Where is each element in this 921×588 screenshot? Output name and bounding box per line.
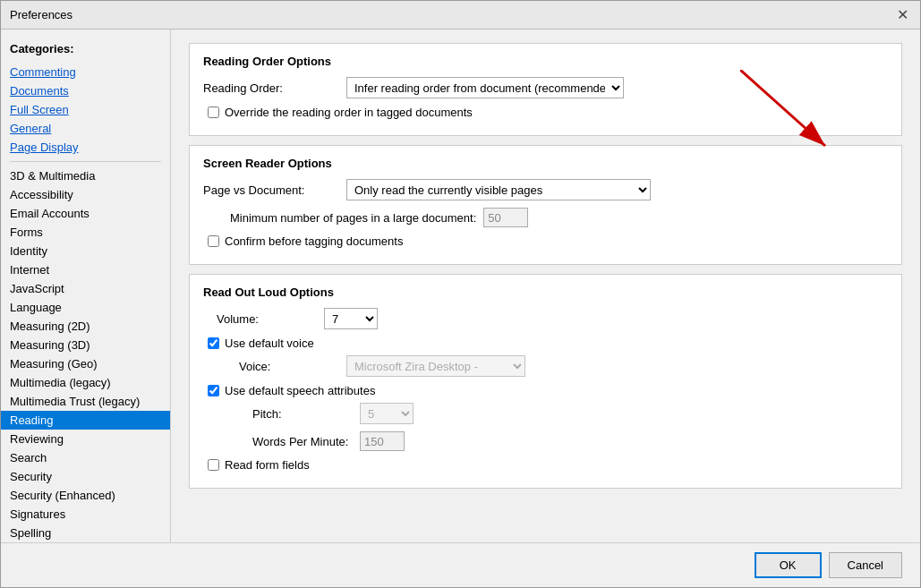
pitch-select[interactable]: 12345678910 <box>360 403 414 424</box>
sidebar-item-pagedisplay[interactable]: Page Display <box>1 138 170 157</box>
use-default-speech-row: Use default speech attributes <box>208 384 888 397</box>
title-bar: Preferences ✕ <box>1 1 920 30</box>
sidebar-item-3dmultimedia[interactable]: 3D & Multimedia <box>1 166 170 185</box>
pitch-row: Pitch: 12345678910 <box>252 403 888 424</box>
preferences-dialog: Preferences ✕ Categories: Commenting Doc… <box>0 0 921 588</box>
dialog-body: Categories: Commenting Documents Full Sc… <box>1 30 920 542</box>
close-button[interactable]: ✕ <box>893 6 911 24</box>
reading-order-row: Reading Order: Infer reading order from … <box>203 77 888 98</box>
sidebar-item-reading[interactable]: Reading <box>1 411 170 430</box>
read-form-fields-label: Read form fields <box>225 458 310 472</box>
sidebar-item-measuring2d[interactable]: Measuring (2D) <box>1 317 170 336</box>
sidebar-item-general[interactable]: General <box>1 119 170 138</box>
use-default-speech-checkbox[interactable] <box>208 385 219 396</box>
cancel-button[interactable]: Cancel <box>829 552 902 578</box>
dialog-footer: OK Cancel <box>1 542 920 587</box>
sidebar-item-measuringgeo[interactable]: Measuring (Geo) <box>1 354 170 373</box>
sidebar-item-search[interactable]: Search <box>1 448 170 467</box>
read-form-fields-checkbox[interactable] <box>208 459 219 471</box>
confirm-tagging-label: Confirm before tagging documents <box>225 234 403 248</box>
sidebar-item-multimedia-legacy[interactable]: Multimedia (legacy) <box>1 373 170 392</box>
sidebar-item-internet[interactable]: Internet <box>1 260 170 279</box>
page-vs-doc-label: Page vs Document: <box>203 183 346 197</box>
use-default-voice-checkbox[interactable] <box>208 337 219 349</box>
override-checkbox-row: Override the reading order in tagged doc… <box>208 106 888 119</box>
pitch-label: Pitch: <box>252 407 360 421</box>
use-default-voice-row: Use default voice <box>208 337 888 350</box>
sidebar-item-language[interactable]: Language <box>1 298 170 317</box>
ok-button[interactable]: OK <box>755 552 822 578</box>
sidebar-item-multimediatrust[interactable]: Multimedia Trust (legacy) <box>1 392 170 411</box>
wpm-row: Words Per Minute: <box>252 431 888 451</box>
min-pages-row: Minimum number of pages in a large docum… <box>208 208 888 227</box>
voice-select[interactable]: Microsoft Zira Desktop - <box>346 355 525 377</box>
voice-label: Voice: <box>239 360 346 373</box>
page-vs-doc-select[interactable]: Only read the currently visible pages Re… <box>346 179 651 200</box>
reading-order-select[interactable]: Infer reading order from document (recom… <box>346 77 624 98</box>
volume-label: Volume: <box>217 312 324 326</box>
wpm-input[interactable] <box>360 431 405 451</box>
sidebar-item-measuring3d[interactable]: Measuring (3D) <box>1 336 170 354</box>
sidebar-item-documents[interactable]: Documents <box>1 81 170 100</box>
sidebar-item-fullscreen[interactable]: Full Screen <box>1 100 170 119</box>
main-content: Reading Order Options Reading Order: Inf… <box>171 30 920 542</box>
sidebar-item-javascript[interactable]: JavaScript <box>1 279 170 298</box>
min-pages-input[interactable] <box>483 208 528 227</box>
screen-reader-title: Screen Reader Options <box>203 157 888 170</box>
read-out-loud-section: Read Out Loud Options Volume: 1234567891… <box>189 274 902 489</box>
volume-select[interactable]: 12345678910 <box>324 308 378 329</box>
use-default-speech-label: Use default speech attributes <box>225 384 375 397</box>
dialog-title: Preferences <box>10 8 72 21</box>
voice-row: Voice: Microsoft Zira Desktop - <box>239 355 888 377</box>
sidebar-item-emailaccounts[interactable]: Email Accounts <box>1 204 170 223</box>
sidebar-item-forms[interactable]: Forms <box>1 223 170 242</box>
wpm-label: Words Per Minute: <box>252 435 360 448</box>
reading-order-title: Reading Order Options <box>203 55 888 68</box>
sidebar-item-spelling[interactable]: Spelling <box>1 524 170 542</box>
read-out-loud-title: Read Out Loud Options <box>203 285 888 299</box>
confirm-tagging-checkbox[interactable] <box>208 235 219 247</box>
sidebar-item-reviewing[interactable]: Reviewing <box>1 430 170 448</box>
screen-reader-section: Screen Reader Options Page vs Document: … <box>189 145 902 265</box>
sidebar-item-security[interactable]: Security <box>1 467 170 486</box>
override-label: Override the reading order in tagged doc… <box>225 106 473 119</box>
sidebar-item-accessibility[interactable]: Accessibility <box>1 185 170 204</box>
categories-label: Categories: <box>1 38 170 63</box>
sidebar-item-identity[interactable]: Identity <box>1 242 170 260</box>
volume-row: Volume: 12345678910 <box>203 308 888 329</box>
sidebar-item-security-enhanced[interactable]: Security (Enhanced) <box>1 486 170 505</box>
min-pages-label: Minimum number of pages in a large docum… <box>230 211 476 225</box>
sidebar-item-signatures[interactable]: Signatures <box>1 505 170 524</box>
sidebar-item-commenting[interactable]: Commenting <box>1 63 170 81</box>
reading-order-section: Reading Order Options Reading Order: Inf… <box>189 43 902 136</box>
override-checkbox[interactable] <box>208 107 219 118</box>
reading-order-label: Reading Order: <box>203 81 346 95</box>
use-default-voice-label: Use default voice <box>225 337 314 350</box>
read-form-fields-row: Read form fields <box>208 458 888 472</box>
sidebar: Categories: Commenting Documents Full Sc… <box>1 30 171 542</box>
page-vs-doc-row: Page vs Document: Only read the currentl… <box>203 179 888 200</box>
confirm-tagging-row: Confirm before tagging documents <box>208 234 888 248</box>
